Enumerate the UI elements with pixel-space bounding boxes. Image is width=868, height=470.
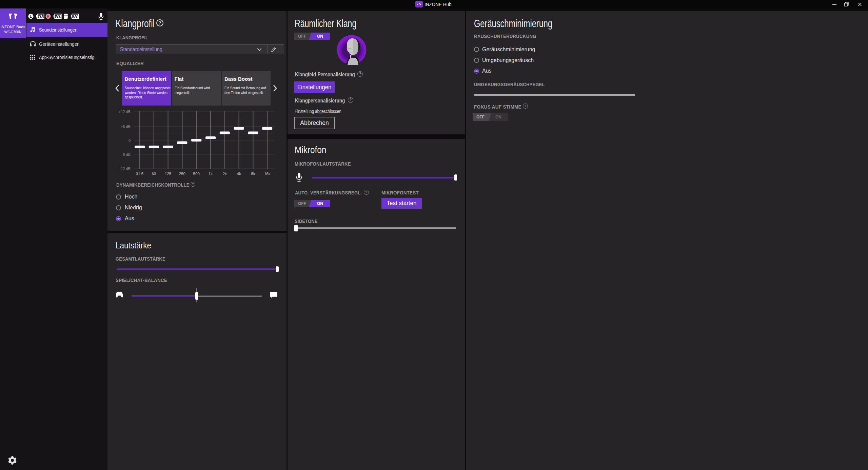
- svg-text:-12 dB: -12 dB: [120, 167, 131, 171]
- svg-text:L: L: [30, 14, 32, 18]
- svg-text:+12 dB: +12 dB: [119, 110, 131, 114]
- svg-text:250: 250: [179, 172, 185, 176]
- svg-text:2k: 2k: [223, 172, 227, 176]
- svg-text:R: R: [47, 14, 50, 18]
- svg-text:63: 63: [152, 172, 156, 176]
- svg-text:1k: 1k: [209, 172, 213, 176]
- svg-text:16k: 16k: [264, 172, 271, 176]
- svg-text:500: 500: [193, 172, 200, 176]
- svg-text:31.5: 31.5: [136, 172, 143, 176]
- svg-text:4k: 4k: [237, 172, 241, 176]
- svg-text:-6 dB: -6 dB: [122, 152, 131, 156]
- svg-text:8k: 8k: [251, 172, 255, 176]
- svg-text:+6 dB: +6 dB: [121, 125, 131, 129]
- svg-text:0: 0: [129, 138, 131, 143]
- svg-text:125: 125: [165, 172, 171, 176]
